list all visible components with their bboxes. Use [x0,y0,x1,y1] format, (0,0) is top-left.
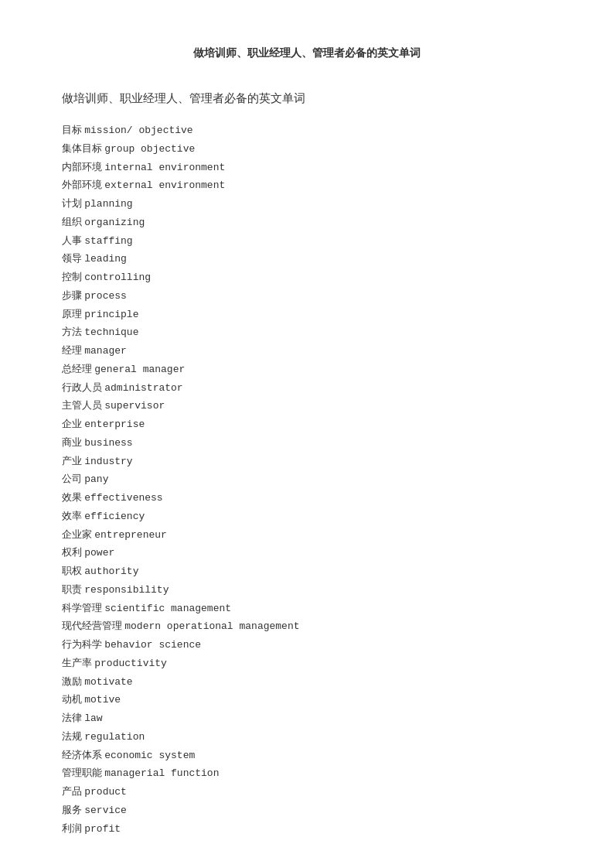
list-item: 原理 principle [62,306,551,324]
chinese-term: 产品 [62,785,84,797]
list-item: 管理职能 managerial function [62,764,551,783]
list-item: 企业家 entrepreneur [62,526,551,545]
chinese-term: 公司 [62,473,84,484]
chinese-term: 经济体系 [62,749,104,760]
chinese-term: 法规 [62,730,84,742]
list-item: 方法 technique [62,323,551,342]
english-term: industry [84,456,132,467]
chinese-term: 职权 [62,565,84,576]
chinese-term: 效率 [62,510,84,521]
english-term: managerial function [104,767,219,779]
list-item: 动机 motive [62,691,551,709]
chinese-term: 组织 [62,216,84,227]
chinese-term: 服务 [62,804,84,815]
english-term: manager [84,345,127,357]
english-term: supervisor [104,400,165,412]
chinese-term: 企业家 [62,528,94,540]
chinese-term: 总经理 [62,363,94,374]
list-item: 效果 effectiveness [62,489,551,507]
list-item: 激励 motivate [62,673,551,692]
list-item: 职权 authority [62,562,551,581]
list-item: 效率 efficiency [62,507,551,526]
chinese-term: 管理职能 [62,767,104,778]
word-list: 目标 mission/ objective集体目标 group objectiv… [62,121,551,838]
chinese-term: 目标 [62,124,84,135]
english-term: principle [84,309,138,320]
chinese-term: 效果 [62,491,84,503]
list-item: 集体目标 group objective [62,140,551,159]
list-item: 领导 leading [62,250,551,268]
english-term: mission/ objective [84,125,192,136]
list-item: 目标 mission/ objective [62,121,551,140]
english-term: motive [84,694,121,706]
list-item: 内部环境 internal environment [62,159,551,177]
english-term: technique [84,326,138,338]
list-item: 法律 law [62,709,551,728]
list-item: 权利 power [62,544,551,562]
chinese-term: 控制 [62,271,84,282]
english-term: productivity [94,658,167,669]
list-item: 公司 pany [62,470,551,489]
chinese-term: 利润 [62,822,84,834]
chinese-term: 计划 [62,197,84,209]
english-term: general manager [94,364,185,375]
english-term: process [84,290,127,302]
list-item: 企业 enterprise [62,415,551,434]
english-term: responsibility [84,584,169,596]
chinese-term: 集体目标 [62,142,104,154]
chinese-term: 产业 [62,455,84,466]
english-term: behavior science [104,639,201,651]
page-title-center: 做培训师、职业经理人、管理者必备的英文单词 [62,46,551,60]
english-term: scientific management [104,603,231,614]
list-item: 计划 planning [62,195,551,214]
english-term: regulation [84,731,145,743]
list-item: 行为科学 behavior science [62,636,551,654]
list-item: 步骤 process [62,287,551,306]
english-term: administrator [104,382,182,394]
chinese-term: 外部环境 [62,179,104,190]
english-term: entrepreneur [94,529,167,541]
chinese-term: 科学管理 [62,602,104,613]
english-term: economic system [104,750,195,761]
chinese-term: 企业 [62,418,84,429]
english-term: planning [84,198,132,210]
list-item: 生产率 productivity [62,654,551,673]
list-item: 总经理 general manager [62,361,551,379]
list-item: 法规 regulation [62,728,551,747]
list-item: 服务 service [62,801,551,820]
list-item: 组织 organizing [62,214,551,232]
chinese-term: 内部环境 [62,161,104,173]
list-item: 经理 manager [62,342,551,361]
list-item: 科学管理 scientific management [62,600,551,618]
list-item: 产业 industry [62,453,551,471]
main-title: 做培训师、职业经理人、管理者必备的英文单词 [193,47,421,59]
subtitle: 做培训师、职业经理人、管理者必备的英文单词 [62,91,551,106]
chinese-term: 行为科学 [62,638,104,650]
english-term: group objective [104,143,195,155]
english-term: authority [84,566,138,577]
english-term: profit [84,823,121,835]
chinese-term: 人事 [62,234,84,246]
chinese-term: 主管人员 [62,399,104,411]
english-term: controlling [84,272,151,283]
list-item: 现代经营管理 modern operational management [62,617,551,636]
subtitle-text: 做培训师、职业经理人、管理者必备的英文单词 [62,92,305,104]
english-term: efficiency [84,511,145,522]
english-term: service [84,805,127,816]
english-term: product [84,786,127,798]
chinese-term: 职责 [62,583,84,595]
list-item: 主管人员 supervisor [62,397,551,415]
list-item: 外部环境 external environment [62,176,551,195]
english-term: internal environment [104,162,225,173]
list-item: 控制 controlling [62,268,551,287]
chinese-term: 行政人员 [62,381,104,393]
list-item: 职责 responsibility [62,581,551,600]
english-term: motivate [84,676,132,688]
chinese-term: 经理 [62,344,84,356]
chinese-term: 方法 [62,326,84,337]
english-term: enterprise [84,419,145,430]
list-item: 产品 product [62,783,551,801]
list-item: 经济体系 economic system [62,747,551,765]
chinese-term: 权利 [62,546,84,558]
english-term: law [84,713,102,724]
